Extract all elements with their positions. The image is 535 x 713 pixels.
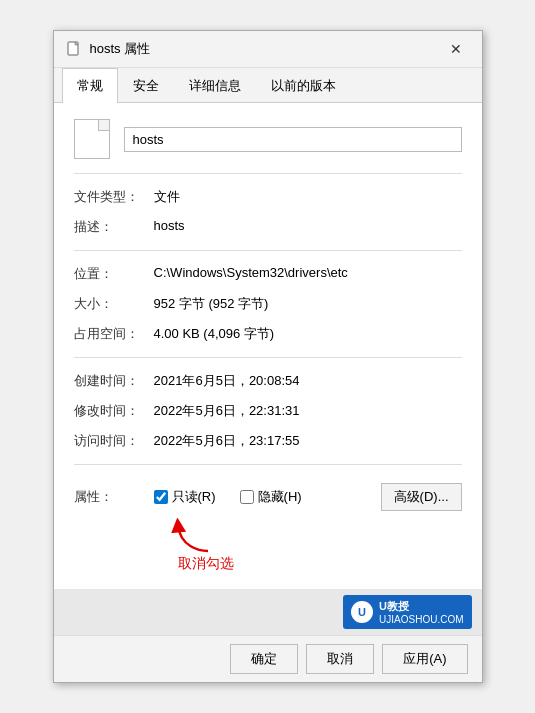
row-disk-size: 占用空间： 4.00 KB (4,096 字节): [74, 319, 462, 349]
watermark-site-name: U教授: [379, 599, 463, 614]
window: hosts 属性 ✕ 常规 安全 详细信息 以前的版本 文件类型： 文件 描述：…: [53, 30, 483, 683]
close-button[interactable]: ✕: [442, 39, 470, 59]
label-file-type: 文件类型：: [74, 188, 154, 206]
value-description: hosts: [154, 218, 462, 233]
divider-4: [74, 464, 462, 465]
value-accessed: 2022年5月6日，23:17:55: [154, 432, 462, 450]
watermark-text: U教授 UJIAOSHOU.COM: [379, 599, 463, 625]
attributes-row: 属性： 只读(R) 隐藏(H) 高级(D)...: [74, 473, 462, 517]
watermark-area: U U教授 UJIAOSHOU.COM: [54, 589, 482, 635]
row-accessed: 访问时间： 2022年5月6日，23:17:55: [74, 426, 462, 456]
value-disk-size: 4.00 KB (4,096 字节): [154, 325, 462, 343]
divider-2: [74, 250, 462, 251]
divider-3: [74, 357, 462, 358]
title-bar: hosts 属性 ✕: [54, 31, 482, 68]
tab-bar: 常规 安全 详细信息 以前的版本: [54, 68, 482, 103]
value-size: 952 字节 (952 字节): [154, 295, 462, 313]
readonly-label[interactable]: 只读(R): [172, 488, 216, 506]
label-location: 位置：: [74, 265, 154, 283]
tab-details[interactable]: 详细信息: [174, 68, 256, 103]
hidden-group: 隐藏(H): [240, 488, 302, 506]
row-file-type: 文件类型： 文件: [74, 182, 462, 212]
hidden-label[interactable]: 隐藏(H): [258, 488, 302, 506]
tab-general[interactable]: 常规: [62, 68, 118, 103]
file-icon: [74, 119, 110, 159]
tab-security[interactable]: 安全: [118, 68, 174, 103]
file-header: [74, 119, 462, 159]
label-attributes: 属性：: [74, 488, 154, 506]
ok-button[interactable]: 确定: [230, 644, 298, 674]
title-bar-left: hosts 属性: [66, 40, 151, 58]
row-description: 描述： hosts: [74, 212, 462, 242]
watermark-badge: U U教授 UJIAOSHOU.COM: [343, 595, 471, 629]
label-accessed: 访问时间：: [74, 432, 154, 450]
watermark-domain: UJIAOSHOU.COM: [379, 614, 463, 625]
file-name-input[interactable]: [124, 127, 462, 152]
window-title: hosts 属性: [90, 40, 151, 58]
label-description: 描述：: [74, 218, 154, 236]
label-disk-size: 占用空间：: [74, 325, 154, 343]
attr-controls: 只读(R) 隐藏(H) 高级(D)...: [154, 483, 462, 511]
content-area: 文件类型： 文件 描述： hosts 位置： C:\Windows\System…: [54, 103, 482, 589]
cancel-button[interactable]: 取消: [306, 644, 374, 674]
row-size: 大小： 952 字节 (952 字节): [74, 289, 462, 319]
divider-1: [74, 173, 462, 174]
label-created: 创建时间：: [74, 372, 154, 390]
row-location: 位置： C:\Windows\System32\drivers\etc: [74, 259, 462, 289]
annotation-text: 取消勾选: [170, 555, 234, 573]
label-size: 大小：: [74, 295, 154, 313]
arrow-icon: [170, 517, 220, 553]
advanced-button[interactable]: 高级(D)...: [381, 483, 462, 511]
value-location: C:\Windows\System32\drivers\etc: [154, 265, 462, 280]
readonly-group: 只读(R): [154, 488, 216, 506]
annotation-area: 取消勾选: [74, 517, 462, 573]
apply-button[interactable]: 应用(A): [382, 644, 467, 674]
watermark-logo: U: [351, 601, 373, 623]
value-created: 2021年6月5日，20:08:54: [154, 372, 462, 390]
row-modified: 修改时间： 2022年5月6日，22:31:31: [74, 396, 462, 426]
label-modified: 修改时间：: [74, 402, 154, 420]
hidden-checkbox[interactable]: [240, 490, 254, 504]
readonly-checkbox[interactable]: [154, 490, 168, 504]
tab-previous-versions[interactable]: 以前的版本: [256, 68, 351, 103]
value-file-type: 文件: [154, 188, 462, 206]
row-created: 创建时间： 2021年6月5日，20:08:54: [74, 366, 462, 396]
bottom-button-bar: 确定 取消 应用(A): [54, 635, 482, 682]
title-file-icon: [66, 41, 82, 57]
value-modified: 2022年5月6日，22:31:31: [154, 402, 462, 420]
